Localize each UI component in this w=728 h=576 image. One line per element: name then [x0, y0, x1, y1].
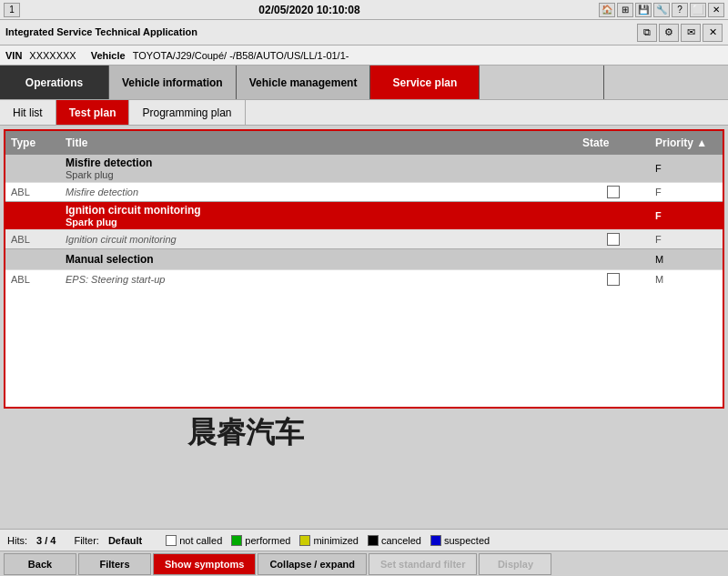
vin-bar: VIN XXXXXXX Vehicle TOYOTA/J29/Coupé/ -/… [0, 45, 728, 66]
screen-icon[interactable]: ⬜ [690, 3, 706, 17]
cell-title: Misfire detection Spark plug [60, 155, 577, 182]
bottom-bar: Back Filters Show symptoms Collapse / ex… [0, 551, 728, 576]
show-symptoms-button[interactable]: Show symptoms [153, 553, 256, 575]
col-type: Type [5, 135, 60, 151]
back-button[interactable]: Back [4, 553, 76, 575]
vehicle-label: Vehicle [91, 50, 126, 61]
cell-priority-red: F [650, 208, 723, 223]
app-title: Integrated Service Technical Application [5, 26, 197, 38]
cell-abl3-state [577, 272, 650, 287]
display-button[interactable]: Display [479, 553, 551, 575]
cell-abl2-title: Ignition circuit monitoring [60, 233, 577, 246]
close-app-icon[interactable]: ✕ [703, 24, 723, 42]
tab-service-plan[interactable]: Service plan [370, 66, 480, 99]
table-row[interactable]: Misfire detection Spark plug F [5, 155, 723, 182]
cell-abl-priority: F [650, 186, 723, 198]
tab-vehicle-mgmt[interactable]: Vehicle management [237, 66, 371, 99]
subtab-hit-list[interactable]: Hit list [0, 100, 56, 125]
table-header: Type Title State Priority ▲ [5, 131, 723, 155]
tab-blank1[interactable] [480, 66, 604, 99]
tab-operations[interactable]: Operations [0, 66, 109, 99]
set-standard-filter-button[interactable]: Set standard filter [369, 553, 478, 575]
window-number[interactable]: 1 [4, 3, 20, 17]
row-group-manual: Manual selection M ABL EPS: Steering sta… [5, 249, 723, 288]
mail-icon[interactable]: ✉ [681, 24, 701, 42]
row-group-misfire: Misfire detection Spark plug F ABL Misfi… [5, 155, 723, 201]
filter-label: Filter: [74, 535, 99, 546]
watermark: 晨睿汽车 [187, 413, 304, 453]
cell-abl2-type: ABL [5, 233, 60, 246]
cell-priority: F [650, 161, 723, 176]
row-group-ignition: Ignition circuit monitoring Spark plug F… [5, 202, 723, 248]
legend-suspected: suspected [430, 535, 490, 546]
status-bar: Hits: 3 / 4 Filter: Default not called p… [0, 529, 728, 551]
filter-value: Default [108, 535, 142, 546]
cell-type [5, 167, 60, 170]
legend-canceled: canceled [368, 535, 421, 546]
col-title: Title [60, 135, 577, 151]
cell-abl-state [577, 185, 650, 199]
main-table: Type Title State Priority ▲ Misfire dete… [4, 129, 724, 409]
title-bar-icons: 🏠 ⊞ 💾 🔧 ? ⬜ ✕ [599, 3, 724, 17]
save-icon[interactable]: 💾 [635, 3, 652, 17]
app-bar-icons: ⧉ ⚙ ✉ ✕ [637, 24, 723, 42]
col-priority: Priority ▲ [650, 135, 723, 151]
datetime: 02/05/2020 10:10:08 [258, 4, 359, 16]
collapse-expand-button[interactable]: Collapse / expand [258, 553, 367, 575]
table-row[interactable]: ABL EPS: Steering start-up M [5, 270, 723, 288]
vin-value: XXXXXXX [29, 50, 76, 61]
cell-abl2-state [577, 232, 650, 247]
empty-area [5, 288, 723, 407]
cell-abl-title: Misfire detection [60, 186, 577, 198]
title-bar: 1 02/05/2020 10:10:08 🏠 ⊞ 💾 🔧 ? ⬜ ✕ [0, 0, 728, 20]
nav-tabs: Operations Vehicle information Vehicle m… [0, 66, 728, 100]
table-row[interactable]: Ignition circuit monitoring Spark plug F [5, 202, 723, 229]
vin-label: VIN [5, 50, 22, 61]
cell-type-red [5, 214, 60, 217]
legend-performed: performed [231, 535, 290, 546]
tab-vehicle-info[interactable]: Vehicle information [109, 66, 237, 99]
hits-value: 3 / 4 [36, 535, 56, 546]
cell-abl3-priority: M [650, 273, 723, 286]
filters-button[interactable]: Filters [78, 553, 151, 575]
app-bar: Integrated Service Technical Application… [0, 20, 728, 45]
cell-state [577, 167, 650, 170]
table-row[interactable]: ABL Misfire detection F [5, 183, 723, 201]
legend-not-called: not called [166, 535, 222, 546]
subtab-test-plan[interactable]: Test plan [56, 100, 130, 125]
cell-abl2-priority: F [650, 233, 723, 246]
sub-tabs: Hit list Test plan Programming plan [0, 100, 728, 126]
table-row[interactable]: Manual selection M [5, 249, 723, 269]
grid-icon[interactable]: ⊞ [617, 3, 633, 17]
home-icon[interactable]: 🏠 [599, 3, 615, 17]
cell-state-red [577, 214, 650, 217]
tab-blank2[interactable] [604, 66, 728, 99]
cell-type3 [5, 258, 60, 261]
cell-abl3-title: EPS: Steering start-up [60, 273, 577, 286]
col-state: State [577, 135, 650, 151]
cell-title3: Manual selection [60, 251, 577, 268]
gear-icon[interactable]: ⚙ [659, 24, 679, 42]
close-icon[interactable]: ✕ [708, 3, 724, 17]
cell-title-red: Ignition circuit monitoring Spark plug [60, 202, 577, 229]
cell-priority3: M [650, 252, 723, 267]
legend-minimized: minimized [299, 535, 359, 546]
cell-state3 [577, 258, 650, 261]
copy-icon[interactable]: ⧉ [637, 24, 657, 42]
wrench-icon[interactable]: 🔧 [653, 3, 670, 17]
hits-label: Hits: [7, 535, 27, 546]
subtab-programming-plan[interactable]: Programming plan [129, 100, 245, 125]
cell-abl3-type: ABL [5, 273, 60, 286]
cell-abl-type: ABL [5, 186, 60, 198]
help-icon[interactable]: ? [672, 3, 688, 17]
vehicle-value: TOYOTA/J29/Coupé/ -/B58/AUTO/US/LL/1-01/… [133, 50, 349, 61]
table-row[interactable]: ABL Ignition circuit monitoring F [5, 230, 723, 248]
